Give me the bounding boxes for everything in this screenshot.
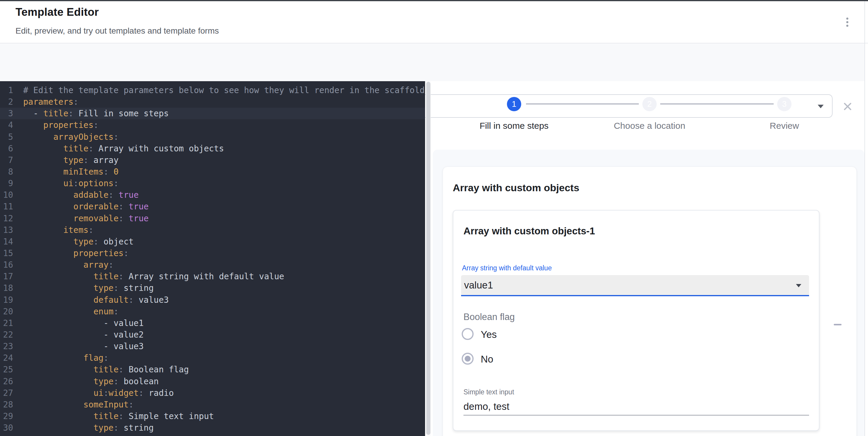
code-text: ui:options: bbox=[13, 177, 119, 189]
step-circle-3[interactable]: 3 bbox=[777, 97, 792, 111]
minus-icon bbox=[834, 324, 841, 325]
code-line: 24 flag: bbox=[0, 352, 425, 364]
line-number: 3 bbox=[0, 108, 13, 119]
editor-scrollbar[interactable] bbox=[426, 81, 431, 436]
line-number: 5 bbox=[0, 131, 13, 143]
code-line: 27 ui:widget: radio bbox=[0, 387, 425, 399]
code-text: parameters: bbox=[13, 96, 78, 108]
code-line: 16 array: bbox=[0, 259, 425, 271]
line-number: 9 bbox=[0, 177, 13, 189]
code-line: 5 arrayObjects: bbox=[0, 131, 425, 143]
boolean-flag-label: Boolean flag bbox=[463, 312, 515, 323]
code-text: type: object bbox=[13, 236, 134, 247]
code-text: title: Boolean flag bbox=[13, 364, 189, 375]
code-line: 22 - value2 bbox=[0, 329, 425, 340]
radio-label-no: No bbox=[481, 354, 493, 365]
panel-edge-line bbox=[864, 1, 865, 436]
line-number: 13 bbox=[0, 224, 13, 236]
simple-text-input[interactable]: demo, test bbox=[463, 401, 809, 412]
line-number: 21 bbox=[0, 317, 13, 329]
array-item-title: Array with custom objects-1 bbox=[463, 226, 595, 237]
code-text: properties: bbox=[13, 247, 129, 259]
radio-label-yes: Yes bbox=[481, 329, 497, 340]
code-text: orderable: true bbox=[13, 201, 149, 212]
code-text: default: value3 bbox=[13, 294, 169, 306]
yaml-code-editor[interactable]: 1# Edit the template parameters below to… bbox=[0, 81, 425, 436]
line-number: 8 bbox=[0, 166, 13, 177]
code-line: 28 someInput: bbox=[0, 399, 425, 410]
radio-dot bbox=[465, 356, 471, 362]
line-number: 16 bbox=[0, 259, 13, 271]
load-template-section: Load Existing Template bbox=[0, 43, 865, 81]
line-number: 12 bbox=[0, 213, 13, 224]
line-number: 7 bbox=[0, 154, 13, 166]
code-text: title: Array string with default value bbox=[13, 271, 284, 282]
code-text: type: boolean bbox=[13, 376, 159, 387]
remove-item-button[interactable] bbox=[831, 317, 845, 332]
code-text: - value3 bbox=[13, 340, 144, 352]
line-number: 28 bbox=[0, 399, 13, 410]
code-line: 8 minItems: 0 bbox=[0, 166, 425, 177]
simple-text-input-label: Simple text input bbox=[463, 388, 514, 396]
select-focus-underline bbox=[461, 295, 809, 296]
line-number: 30 bbox=[0, 422, 13, 434]
form-section-title: Array with custom objects bbox=[453, 182, 579, 194]
code-line: 12 removable: true bbox=[0, 213, 425, 224]
line-number: 27 bbox=[0, 387, 13, 399]
code-text: type: string bbox=[13, 282, 154, 294]
code-line: 11 orderable: true bbox=[0, 201, 425, 212]
line-number: 22 bbox=[0, 329, 13, 340]
line-number: 14 bbox=[0, 236, 13, 247]
line-number: 20 bbox=[0, 306, 13, 317]
step-label-3: Review bbox=[719, 121, 850, 131]
code-text: addable: true bbox=[13, 189, 139, 201]
code-line: 25 title: Boolean flag bbox=[0, 364, 425, 375]
line-number: 23 bbox=[0, 340, 13, 352]
code-line: 17 title: Array string with default valu… bbox=[0, 271, 425, 282]
step-circle-1[interactable]: 1 bbox=[507, 97, 521, 111]
code-line: 2parameters: bbox=[0, 96, 425, 108]
code-line: 1# Edit the template parameters below to… bbox=[0, 85, 425, 96]
code-line: 14 type: object bbox=[0, 236, 425, 247]
line-number: 29 bbox=[0, 410, 13, 422]
code-line: 9 ui:options: bbox=[0, 177, 425, 189]
more-vertical-icon[interactable] bbox=[842, 14, 852, 30]
text-input-underline bbox=[463, 415, 809, 415]
radio-yes[interactable] bbox=[462, 328, 473, 340]
line-number: 25 bbox=[0, 364, 13, 375]
stepper-connector bbox=[660, 103, 774, 104]
code-line: 13 items: bbox=[0, 224, 425, 236]
line-number: 6 bbox=[0, 143, 13, 154]
code-text: items: bbox=[13, 224, 93, 236]
line-number: 2 bbox=[0, 96, 13, 108]
step-circle-2[interactable]: 2 bbox=[642, 97, 657, 111]
code-line: 7 type: array bbox=[0, 154, 425, 166]
code-text: - title: Fill in some steps bbox=[13, 108, 169, 119]
top-accent-bar bbox=[0, 0, 868, 1]
code-line: 4 properties: bbox=[0, 119, 425, 131]
array-string-select-value: value1 bbox=[464, 279, 493, 291]
code-line: 18 type: string bbox=[0, 282, 425, 294]
code-line: 6 title: Array with custom objects bbox=[0, 143, 425, 154]
code-text: array: bbox=[13, 259, 114, 271]
code-text: properties: bbox=[13, 119, 98, 131]
code-line: 26 type: boolean bbox=[0, 376, 425, 387]
page-subtitle: Edit, preview, and try out templates and… bbox=[16, 26, 219, 36]
code-text: # Edit the template parameters below to … bbox=[13, 85, 425, 96]
line-number: 19 bbox=[0, 294, 13, 306]
radio-no[interactable] bbox=[462, 353, 473, 365]
code-line: 23 - value3 bbox=[0, 340, 425, 352]
stepper-connector bbox=[526, 103, 639, 104]
code-text: type: string bbox=[13, 422, 154, 434]
editor-scrollbar-thumb[interactable] bbox=[426, 82, 430, 435]
line-number: 1 bbox=[0, 85, 13, 96]
code-line: 10 addable: true bbox=[0, 189, 425, 201]
clear-selection-button[interactable] bbox=[840, 99, 855, 114]
code-line: 20 enum: bbox=[0, 306, 425, 317]
code-line: 21 - value1 bbox=[0, 317, 425, 329]
line-number: 4 bbox=[0, 119, 13, 131]
line-number: 10 bbox=[0, 189, 13, 201]
line-number: 17 bbox=[0, 271, 13, 282]
array-string-select[interactable]: value1 bbox=[461, 275, 809, 295]
line-number: 15 bbox=[0, 247, 13, 259]
